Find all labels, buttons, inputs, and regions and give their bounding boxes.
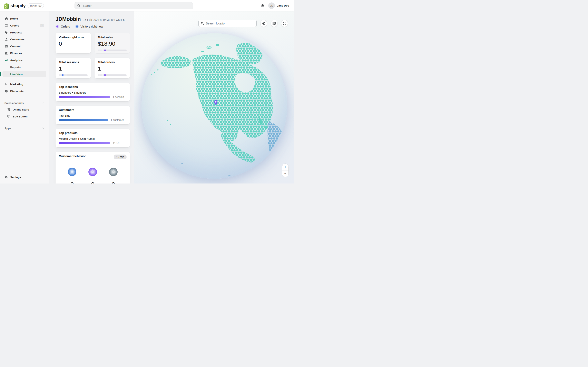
top-locations-card[interactable]: Top locations Singapore • Singapore 1 se… (56, 83, 130, 101)
search-icon (201, 22, 204, 25)
customer-row-label: First-time (59, 114, 127, 117)
sidebar-item-customers[interactable]: Customers (2, 36, 46, 43)
stat-card-visitors[interactable]: Visitors right now 0 (56, 33, 91, 53)
orders-icon (4, 24, 8, 27)
fullscreen-icon (283, 22, 286, 25)
time-window-badge: 10 min (114, 155, 127, 159)
discount-badge-icon (4, 89, 8, 93)
location-search-input[interactable] (206, 22, 254, 25)
shopify-bag-icon (4, 3, 9, 9)
chevron-right-icon (42, 102, 44, 104)
bar-chart-icon (4, 58, 8, 62)
legend-visitors: Visitors right now (75, 25, 103, 28)
customer-behavior-card[interactable]: Customer behavior 10 min 0 (56, 152, 130, 184)
behavior-step-purchased: 0 (106, 167, 121, 184)
active-indicator (0, 72, 1, 76)
sidebar-item-home[interactable]: Home (2, 15, 46, 22)
orders-swatch (56, 25, 59, 28)
location-row-label: Singapore • Singapore (59, 91, 127, 94)
stat-value: $18.90 (98, 41, 127, 47)
top-products-card[interactable]: Top products Mobbin Unisex T-Shirt • Sma… (56, 129, 130, 147)
sidebar-item-buy-button[interactable]: Buy Button (2, 113, 46, 120)
location-search[interactable] (199, 20, 257, 27)
shopify-logo[interactable]: shopify (4, 3, 26, 9)
user-menu[interactable]: JD Jane Doe (268, 2, 289, 9)
behavior-step-checkout: 0 (86, 167, 100, 184)
behavior-step-carts: 0 (65, 167, 79, 184)
sales-sparkline (98, 50, 127, 51)
release-badge: Winter ‘23 (27, 3, 44, 8)
product-bar (59, 142, 110, 144)
buy-button-icon (7, 115, 11, 118)
chevron-right-icon (42, 127, 44, 129)
orders-sparkline (98, 75, 127, 76)
storefront-icon (7, 108, 11, 111)
sidebar-item-marketing[interactable]: Marketing (2, 81, 46, 87)
map-style-button[interactable] (271, 20, 277, 27)
map-zoom-control: + − (282, 164, 289, 177)
sidebar-item-discounts[interactable]: Discounts (2, 88, 46, 94)
location-row-value: 1 session (113, 95, 124, 99)
world-globe[interactable] (141, 33, 287, 179)
fullscreen-button[interactable] (281, 20, 288, 27)
customer-bar (59, 119, 108, 121)
live-map-panel[interactable]: + − (134, 11, 294, 184)
main-area: JDMobbin 16 Feb 2023 at 04:33 am GMT-5 O… (49, 11, 294, 184)
customer-row-value: 1 customer (111, 118, 124, 122)
gear-icon (4, 175, 8, 179)
sidebar-item-orders[interactable]: Orders 1 (2, 22, 46, 29)
topbar: shopify Winter ‘23 JD Jane Doe (0, 0, 294, 11)
marketing-target-icon (4, 82, 8, 86)
tag-icon (4, 31, 8, 34)
sidebar-item-content[interactable]: Content (2, 43, 46, 50)
visibility-toggle-button[interactable] (260, 20, 267, 27)
person-icon (4, 38, 8, 41)
behavior-steps: 0 0 0 (59, 167, 127, 184)
ripple-blue-icon (68, 167, 77, 176)
global-search[interactable] (75, 2, 193, 9)
page-title: JDMobbin (56, 16, 81, 22)
stat-value: 1 (98, 66, 127, 72)
sidebar-section-sales-channels[interactable]: Sales channels (4, 100, 44, 106)
location-bar (59, 96, 110, 98)
ripple-purple-icon (88, 167, 97, 176)
global-search-input[interactable] (82, 4, 190, 7)
sidebar-section-apps[interactable]: Apps (4, 125, 44, 131)
visitors-swatch (75, 25, 79, 28)
stat-value: 0 (59, 41, 87, 47)
sidebar-item-finances[interactable]: Finances (2, 50, 46, 57)
sidebar: Home Orders 1 Products Customers C (0, 11, 49, 184)
avatar: JD (268, 2, 275, 9)
map-controls (199, 20, 288, 27)
live-view-content: JDMobbin 16 Feb 2023 at 04:33 am GMT-5 O… (49, 11, 134, 184)
customers-card[interactable]: Customers First-time 1 customer (56, 106, 130, 124)
stat-value: 1 (59, 66, 87, 72)
folded-map-icon (272, 21, 276, 25)
globe-continents (141, 33, 287, 179)
locate-dot-icon (262, 21, 266, 25)
sessions-sparkline (59, 75, 87, 76)
home-icon (4, 17, 8, 20)
notification-bell-icon[interactable] (260, 4, 265, 8)
stat-card-total-orders[interactable]: Total orders 1 (95, 58, 130, 78)
user-name: Jane Doe (277, 4, 289, 7)
zoom-out-button[interactable]: − (282, 170, 288, 177)
map-legend: Orders Visitors right now (56, 25, 130, 28)
orders-count-badge: 1 (40, 24, 44, 27)
ripple-gray-icon (109, 167, 118, 176)
legend-orders: Orders (56, 25, 70, 28)
image-icon (4, 44, 8, 48)
product-row-value: $18.9 (113, 142, 120, 145)
sidebar-item-reports[interactable]: Reports (2, 64, 46, 70)
search-icon (77, 4, 80, 7)
sidebar-item-online-store[interactable]: Online Store (2, 106, 46, 113)
stat-card-total-sales[interactable]: Total sales $18.90 (95, 33, 130, 53)
product-row-label: Mobbin Unisex T-Shirt • Small (59, 137, 127, 140)
sidebar-item-live-view[interactable]: Live View (2, 71, 46, 77)
bank-icon (4, 51, 8, 55)
stat-card-total-sessions[interactable]: Total sessions 1 (56, 58, 91, 78)
sidebar-item-settings[interactable]: Settings (2, 174, 46, 180)
sidebar-item-analytics[interactable]: Analytics (2, 57, 46, 63)
sidebar-item-products[interactable]: Products (2, 29, 46, 36)
zoom-in-button[interactable]: + (282, 164, 288, 170)
